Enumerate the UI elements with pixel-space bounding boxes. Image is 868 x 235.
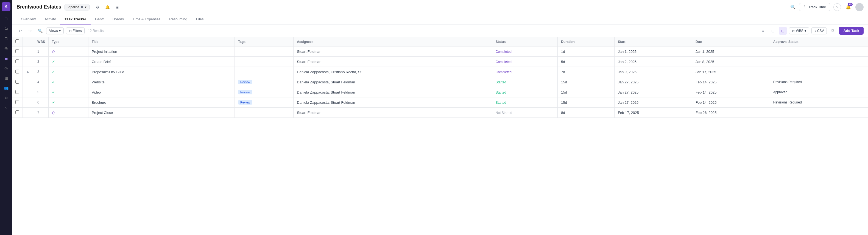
chevron-down-icon: ▾: [59, 29, 61, 33]
wbs-dropdown[interactable]: ⊜ WBS ▾: [789, 27, 809, 34]
row-checkbox[interactable]: [16, 70, 19, 74]
grid-view-icon[interactable]: ⊞: [769, 27, 777, 35]
row-checkbox[interactable]: [16, 110, 19, 114]
task-more-icon[interactable]: ⋮: [112, 79, 118, 85]
tab-resourcing[interactable]: Resourcing: [165, 14, 192, 25]
row-type: ✓: [49, 67, 88, 77]
wbs-label: WBS: [796, 29, 803, 33]
row-checkbox[interactable]: [16, 80, 19, 84]
row-wbs: 7: [34, 108, 49, 118]
row-type: ✓: [49, 87, 88, 98]
row-wbs: 5: [34, 87, 49, 98]
filters-button[interactable]: ⊟ Filters: [66, 27, 85, 34]
task-table: WBS Type Title Tags Assignees Status Dur…: [12, 37, 868, 118]
row-title: Website: [92, 80, 104, 84]
row-wbs: 2: [34, 57, 49, 67]
select-all-checkbox[interactable]: [16, 40, 19, 43]
task-more-icon[interactable]: ⋮: [132, 69, 137, 75]
sidebar-icon-grid[interactable]: ⊡: [2, 34, 10, 43]
row-type: ✓: [49, 98, 88, 108]
row-assignees: Daniela Zappacosta, Cristiano Rocha, Stu…: [293, 67, 492, 77]
table-row: ▶3✓Proposal/SOW Build▣⋮Daniela Zappacost…: [12, 67, 868, 77]
row-wbs: 1: [34, 47, 49, 57]
task-panel-icon[interactable]: ▣: [112, 59, 118, 64]
header-tags: Tags: [235, 37, 293, 47]
row-title-cell: Project Close▣⋮: [88, 108, 235, 118]
row-tags: Review: [235, 77, 293, 87]
track-time-button[interactable]: ⏱ Track Time: [799, 3, 830, 11]
row-approval-status: [770, 47, 868, 57]
sidebar-icon-chart[interactable]: ▦: [2, 74, 10, 82]
search-icon[interactable]: 🔍: [790, 4, 796, 10]
app-logo[interactable]: K: [2, 2, 10, 11]
table-view-icon[interactable]: ⊟: [779, 27, 787, 35]
sidebar-icon-target[interactable]: ◎: [2, 44, 10, 53]
row-assignees: Stuart Feldman: [293, 108, 492, 118]
views-dropdown[interactable]: Views ▾: [46, 27, 64, 34]
header-status: Status: [492, 37, 557, 47]
row-wbs: 4: [34, 77, 49, 87]
main-content: Brentwood Estates Pipeline ▾ ⚙ 🔔 ▣ 🔍 ⏱ T…: [12, 0, 868, 235]
header-due: Due: [692, 37, 770, 47]
task-panel-icon[interactable]: ▣: [102, 89, 108, 95]
undo-button[interactable]: ↩: [17, 27, 24, 35]
row-checkbox[interactable]: [16, 59, 19, 63]
search-button[interactable]: 🔍: [36, 27, 44, 35]
tab-task-tracker[interactable]: Task Tracker: [60, 14, 91, 25]
tab-activity[interactable]: Activity: [40, 14, 60, 25]
status-badge: Started: [496, 90, 506, 95]
csv-export-button[interactable]: ↓ CSV: [811, 27, 827, 34]
row-approval-status: [770, 67, 868, 77]
row-checkbox-cell: [12, 67, 23, 77]
task-more-icon[interactable]: ⋮: [118, 59, 124, 64]
row-title: Project Close: [92, 111, 113, 115]
add-task-button[interactable]: Add Task: [839, 27, 864, 35]
row-tags: [235, 108, 293, 118]
row-checkbox[interactable]: [16, 100, 19, 104]
row-status: Not Started: [492, 108, 557, 118]
tab-boards[interactable]: Boards: [108, 14, 128, 25]
task-panel-icon[interactable]: ▣: [126, 69, 131, 75]
task-more-icon[interactable]: ⋮: [108, 89, 114, 95]
task-panel-icon[interactable]: ▣: [119, 49, 124, 54]
sidebar-icon-folder[interactable]: 🗂: [2, 24, 10, 33]
chevron-down-icon: ▾: [805, 29, 806, 33]
bell-icon[interactable]: 🔔: [104, 3, 112, 11]
list-view-icon[interactable]: ≡: [759, 27, 767, 35]
sidebar-icon-activity[interactable]: ∿: [2, 103, 10, 112]
tab-time-expenses[interactable]: Time & Expenses: [128, 14, 165, 25]
tab-gantt[interactable]: Gantt: [91, 14, 108, 25]
task-panel-icon[interactable]: ▣: [108, 100, 114, 105]
task-table-body: 1◇Project Initiation▣⋮Stuart FeldmanComp…: [12, 47, 868, 118]
row-start: Jan 2, 2025: [615, 57, 692, 67]
sidebar-icon-home[interactable]: ⊞: [2, 14, 10, 23]
expand-button[interactable]: ▶: [26, 70, 30, 74]
redo-button[interactable]: ↪: [26, 27, 34, 35]
pipeline-dropdown[interactable]: Pipeline ▾: [65, 4, 90, 10]
task-more-icon[interactable]: ⋮: [125, 49, 130, 54]
task-panel-icon[interactable]: ▣: [106, 79, 112, 85]
sidebar-icon-clock[interactable]: ◷: [2, 64, 10, 73]
layout-icon[interactable]: ▣: [114, 3, 121, 11]
help-button[interactable]: ?: [833, 3, 841, 11]
row-checkbox[interactable]: [16, 90, 19, 94]
notifications-button[interactable]: 🔔 15: [844, 3, 852, 11]
row-wbs: 3: [34, 67, 49, 77]
row-title-cell: Video▣⋮: [88, 87, 235, 98]
row-status: Completed: [492, 67, 557, 77]
task-more-icon[interactable]: ⋮: [114, 100, 119, 105]
tab-overview[interactable]: Overview: [17, 14, 40, 25]
row-expand-cell: ▶: [23, 67, 34, 77]
user-avatar[interactable]: [856, 3, 864, 11]
task-icon: ✓: [52, 59, 55, 64]
task-more-icon[interactable]: ⋮: [121, 110, 126, 115]
settings-icon[interactable]: ⚙: [94, 3, 102, 11]
task-icon: ✓: [52, 100, 55, 105]
task-panel-icon[interactable]: ▣: [115, 110, 120, 115]
sidebar-icon-settings[interactable]: ⚙: [2, 94, 10, 102]
sidebar-icon-users[interactable]: 👥: [2, 84, 10, 93]
row-checkbox[interactable]: [16, 49, 19, 53]
sidebar-icon-list[interactable]: ☰: [2, 54, 10, 63]
tab-files[interactable]: Files: [192, 14, 208, 25]
layers-icon[interactable]: ⧉: [829, 27, 837, 35]
